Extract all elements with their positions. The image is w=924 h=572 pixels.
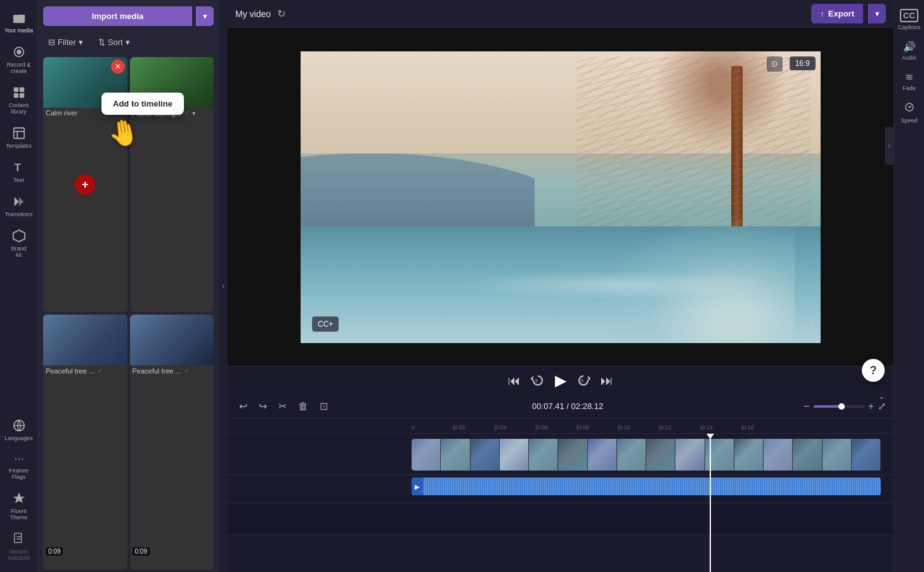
captions-button[interactable]: CC Captions <box>896 5 923 34</box>
help-button[interactable]: ? <box>862 359 885 382</box>
record-icon <box>12 45 26 59</box>
fade-label: Fade <box>902 85 916 91</box>
sort-button[interactable]: ⇅ Sort ▾ <box>93 35 135 49</box>
split-button[interactable]: ⊡ <box>316 398 332 414</box>
sidebar-item-text[interactable]: T Text <box>0 155 37 188</box>
undo-button[interactable]: ↩ <box>235 398 251 414</box>
redo-button[interactable]: ↪ <box>255 398 271 414</box>
export-arrow-button[interactable]: ▾ <box>868 4 886 23</box>
video-track-clip[interactable] <box>412 439 881 471</box>
sort-icon: ⇅ <box>98 37 105 47</box>
sidebar-item-version: Version9462b3d <box>0 527 37 566</box>
feature-flags-icon: ⋯ <box>14 453 24 465</box>
top-bar-right: ↑ Export ▾ <box>811 4 886 23</box>
ruler-mark-04: |0:04 <box>494 424 507 431</box>
chevron-down-icon[interactable]: ⌄ <box>878 392 885 401</box>
skip-back-button[interactable]: ⏮ <box>508 374 521 388</box>
sidebar-item-fluent-theme[interactable]: FluentTheme <box>0 486 37 526</box>
playhead[interactable] <box>710 434 711 572</box>
play-button[interactable]: ▶ <box>555 372 566 389</box>
sort-label: Sort <box>108 37 123 47</box>
preview-container: ⚙ 16:9 CC+ ⛶ <box>228 28 894 366</box>
cut-button[interactable]: ✂ <box>275 398 290 414</box>
sidebar-item-record-create[interactable]: Record &create <box>0 40 37 79</box>
forward-5s-button[interactable]: 5 <box>576 374 590 387</box>
sidebar-item-brand[interactable]: Brandkit <box>0 224 37 263</box>
right-panel-collapse-handle[interactable]: › <box>885 127 894 165</box>
svg-rect-4 <box>19 88 23 92</box>
svg-point-2 <box>16 49 21 54</box>
sidebar-label-languages: Languages <box>4 435 33 441</box>
timeline-expand-button[interactable]: ⤢ <box>878 400 886 412</box>
ruler-mark-06: |0:06 <box>535 424 548 431</box>
audio-label: Audio <box>902 55 916 61</box>
sidebar-label-version: Version9462b3d <box>8 549 30 561</box>
timeline-current-time: 00:07.41 / 02:28.12 <box>532 401 603 411</box>
svg-rect-7 <box>13 128 24 139</box>
sidebar-item-content-library[interactable]: Contentlibrary <box>0 81 37 120</box>
clip-peaceful-tree-1-check-icon: ✓ <box>97 367 103 375</box>
sidebar-item-languages[interactable]: Languages <box>0 413 37 446</box>
fullscreen-button[interactable]: ⛶ <box>803 323 814 337</box>
panel-collapse-handle[interactable]: ‹ <box>219 0 228 572</box>
svg-marker-11 <box>14 197 18 207</box>
ruler-mark-10: |0:10 <box>618 424 630 431</box>
refresh-button[interactable]: ↻ <box>277 8 285 20</box>
sort-chevron-icon: ▾ <box>126 37 130 47</box>
fade-icon: ≋ <box>905 71 913 83</box>
add-to-timeline-popup[interactable]: Add to timeline <box>101 93 184 115</box>
cc-button[interactable]: CC+ <box>312 316 339 332</box>
transitions-icon <box>12 195 26 209</box>
text-icon: T <box>12 160 26 174</box>
svg-text:5: 5 <box>581 379 583 383</box>
main-area: My video ↻ ↑ Export ▾ <box>228 0 894 572</box>
sidebar-label-text: Text <box>13 177 24 183</box>
media-clip-peaceful-tree-2[interactable]: 0:09 Peaceful tree ... ✓ <box>130 315 214 569</box>
zoom-in-button[interactable]: + <box>868 401 874 412</box>
sidebar-item-transitions[interactable]: Transitions <box>0 190 37 223</box>
forward-icon: 5 <box>576 374 590 387</box>
filter-icon: ⊟ <box>48 37 55 47</box>
add-plus-icon: + <box>75 174 95 195</box>
zoom-slider[interactable] <box>814 405 864 408</box>
sidebar-label-templates: Templates <box>6 143 32 149</box>
cc-label: CC+ <box>318 320 333 328</box>
svg-rect-3 <box>13 88 18 92</box>
sidebar-item-templates[interactable]: Templates <box>0 121 37 154</box>
delete-button[interactable]: 🗑 <box>294 399 312 414</box>
filmstrip <box>412 439 881 471</box>
media-grid: ✕ + Calm river Plants waving... ✓ ▾ 0:09… <box>38 55 219 572</box>
timeline-toolbar: ↩ ↪ ✂ 🗑 ⊡ 00:07.41 / 02:28.12 − + ⤢ <box>228 394 894 419</box>
ruler-mark-08: |0:08 <box>576 424 589 431</box>
audio-track-clip[interactable]: ▶ <box>412 478 881 495</box>
import-media-arrow-button[interactable]: ▾ <box>196 6 214 26</box>
ruler-mark-0: 0 <box>412 424 415 431</box>
rewind-5s-button[interactable]: 5 <box>531 374 545 387</box>
audio-button[interactable]: 🔊 Audio <box>896 37 923 65</box>
zoom-out-button[interactable]: − <box>804 401 809 412</box>
playback-controls: ⏮ 5 ▶ 5 ⏭ <box>228 367 894 394</box>
svg-point-17 <box>908 107 910 108</box>
import-media-button[interactable]: Import media <box>43 6 192 26</box>
aspect-ratio-badge: 16:9 <box>790 56 816 70</box>
timeline-ruler: 0 |0:02 |0:04 |0:06 |0:08 |0:10 |0:12 |0… <box>228 419 894 434</box>
filter-button[interactable]: ⊟ Filter ▾ <box>43 35 88 49</box>
export-button[interactable]: ↑ Export <box>811 4 863 23</box>
export-icon: ↑ <box>820 9 824 18</box>
ruler-mark-12: |0:12 <box>659 424 672 431</box>
video-title: My video <box>235 9 271 19</box>
speed-button[interactable]: Speed <box>896 98 923 127</box>
version-icon <box>12 532 26 546</box>
fade-button[interactable]: ≋ Fade <box>896 67 923 95</box>
content-library-icon <box>12 86 26 100</box>
sidebar-item-your-media[interactable]: Your media <box>0 6 37 39</box>
svg-marker-12 <box>19 197 23 207</box>
timeline-section: ↩ ↪ ✂ 🗑 ⊡ 00:07.41 / 02:28.12 − + ⤢ <box>228 394 894 572</box>
sidebar-item-feature-flags[interactable]: ⋯ FeatureFlags <box>0 448 37 485</box>
delete-clip-button[interactable]: ✕ <box>111 60 125 74</box>
media-clip-peaceful-tree-1[interactable]: 0:09 Peaceful tree ... ✓ <box>43 315 127 569</box>
skip-forward-button[interactable]: ⏭ <box>601 374 613 388</box>
sidebar-label-your-media: Your media <box>4 27 33 34</box>
preview-settings-button[interactable]: ⚙ <box>767 56 783 72</box>
clip-plants-check-icon: ✓ <box>184 109 190 117</box>
